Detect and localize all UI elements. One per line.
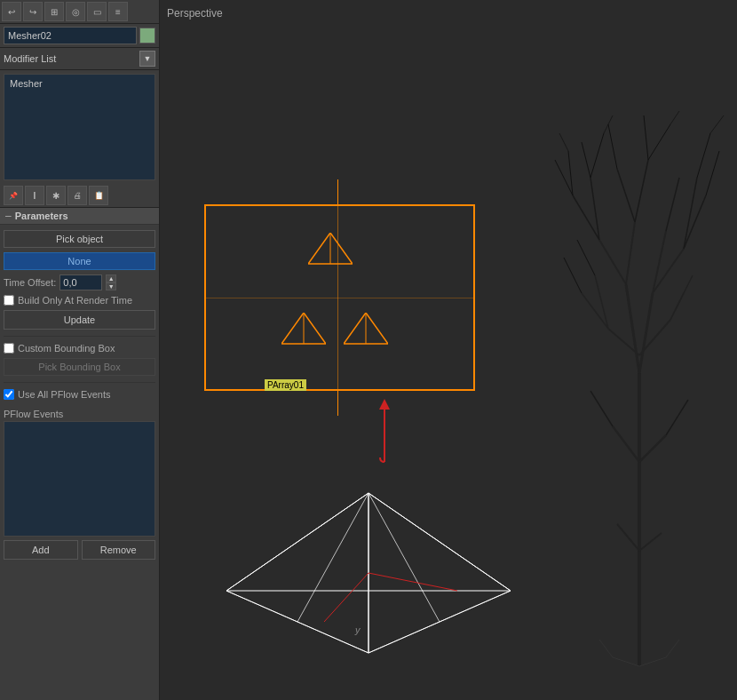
svg-line-36: [608, 124, 617, 169]
modifier-dropdown-btn[interactable]: ▼: [139, 51, 155, 67]
build-only-checkbox[interactable]: [4, 295, 14, 306]
redo-icon[interactable]: ↪: [23, 2, 43, 21]
time-offset-down[interactable]: ▼: [106, 282, 116, 290]
svg-line-54: [590, 391, 613, 426]
svg-line-18: [368, 573, 457, 591]
modifier-list-label: Modifier List: [4, 53, 139, 64]
section-collapse-icon: –: [5, 210, 12, 222]
svg-line-43: [706, 151, 719, 195]
svg-line-61: [710, 115, 724, 133]
custom-bbox-row: Custom Bounding Box: [4, 343, 155, 354]
use-all-pflow-label: Use All PFlow Events: [18, 389, 111, 400]
svg-line-55: [666, 400, 688, 435]
edit-icon[interactable]: ▭: [87, 2, 107, 21]
red-arrow: [371, 395, 398, 466]
parameters-section-title: Parameters: [15, 211, 68, 221]
remove-modifier-icon[interactable]: ◎: [66, 2, 85, 21]
svg-line-63: [639, 657, 666, 666]
add-button[interactable]: Add: [4, 540, 78, 560]
svg-line-37: [644, 115, 648, 160]
svg-line-28: [573, 195, 599, 240]
svg-line-45: [666, 178, 679, 231]
svg-line-23: [639, 293, 653, 373]
time-offset-row: Time Offset: ▲ ▼: [4, 274, 155, 290]
use-all-pflow-checkbox[interactable]: [4, 389, 14, 400]
svg-line-60: [670, 111, 679, 124]
main-viewport: Perspective PArray01: [160, 0, 737, 700]
object-color-swatch[interactable]: [139, 28, 155, 44]
svg-line-10: [368, 493, 511, 591]
svg-line-49: [577, 240, 595, 275]
svg-line-53: [639, 435, 666, 462]
svg-line-41: [684, 195, 706, 249]
pflow-events-label: PFlow Events: [0, 405, 159, 421]
svg-line-57: [639, 533, 662, 551]
remove-button[interactable]: Remove: [82, 540, 156, 560]
pick-bounding-box-button: Pick Bounding Box: [4, 358, 155, 376]
svg-line-51: [670, 293, 684, 320]
paste-stack-btn[interactable]: 📋: [89, 186, 108, 205]
svg-line-17: [368, 493, 440, 622]
pick-object-button[interactable]: Pick object: [4, 230, 155, 248]
time-offset-up[interactable]: ▲: [106, 274, 116, 282]
viewport-label: Perspective: [167, 7, 223, 20]
triangle-3: [344, 313, 388, 348]
svg-line-62: [613, 657, 639, 666]
pin-stack-btn[interactable]: 📌: [4, 186, 23, 205]
svg-line-34: [617, 169, 635, 222]
time-offset-label: Time Offset:: [4, 277, 56, 288]
svg-line-42: [684, 178, 697, 249]
build-only-label: Build Only At Render Time: [18, 295, 132, 306]
pick-object-display: None: [4, 252, 155, 270]
time-offset-input[interactable]: [59, 274, 102, 290]
modifier-stack: Mesher: [4, 74, 155, 180]
svg-line-35: [635, 160, 648, 222]
svg-line-44: [697, 133, 710, 178]
divider-2: [4, 382, 155, 383]
svg-line-19: [324, 573, 368, 622]
svg-line-32: [582, 142, 590, 178]
svg-line-64: [599, 640, 613, 657]
configure-icon[interactable]: ≡: [108, 2, 128, 21]
undo-icon[interactable]: ↩: [2, 2, 21, 21]
make-unique-stack-btn[interactable]: ✱: [46, 186, 66, 205]
svg-line-29: [590, 178, 599, 240]
svg-line-56: [617, 524, 639, 551]
bounding-box-wireframe: [204, 204, 475, 391]
svg-line-65: [666, 640, 679, 657]
triangle-2: [281, 313, 326, 348]
modifier-stack-item[interactable]: Mesher: [6, 76, 46, 91]
name-row: [0, 24, 159, 48]
svg-line-16: [297, 493, 368, 622]
svg-line-48: [564, 258, 582, 293]
toggle-all-btn[interactable]: I: [25, 186, 44, 205]
object-name-input[interactable]: [4, 27, 137, 44]
update-button[interactable]: Update: [4, 310, 155, 330]
pyramid-wireframe: y: [209, 484, 528, 662]
time-offset-spinners: ▲ ▼: [106, 274, 116, 290]
svg-line-38: [648, 124, 670, 160]
make-unique-icon[interactable]: ⊞: [44, 2, 64, 21]
add-remove-row: Add Remove: [0, 537, 159, 563]
svg-line-58: [559, 133, 568, 151]
custom-bbox-label: Custom Bounding Box: [18, 343, 115, 354]
tree-silhouette: [546, 107, 733, 675]
stack-toolbar: 📌 I ✱ 🖨 📋: [0, 184, 159, 208]
custom-bbox-checkbox[interactable]: [4, 343, 14, 354]
build-only-row: Build Only At Render Time: [4, 295, 155, 306]
parameters-section-header[interactable]: – Parameters: [0, 208, 159, 225]
svg-line-33: [590, 133, 604, 178]
svg-text:y: y: [354, 624, 361, 635]
parray-label: PArray01: [265, 379, 306, 391]
svg-line-27: [626, 222, 635, 284]
svg-line-52: [613, 426, 639, 462]
svg-line-22: [626, 284, 639, 373]
copy-stack-btn[interactable]: 🖨: [67, 186, 87, 205]
divider-1: [4, 336, 155, 337]
toolbar-row: ↩ ↪ ⊞ ◎ ▭ ≡: [0, 0, 159, 24]
params-body: Pick object None Time Offset: ▲ ▼ Build …: [0, 225, 159, 405]
modifier-list-row: Modifier List ▼: [0, 48, 159, 70]
pflow-events-list[interactable]: [4, 421, 155, 537]
use-all-pflow-row: Use All PFlow Events: [4, 389, 155, 400]
svg-line-9: [226, 493, 368, 591]
